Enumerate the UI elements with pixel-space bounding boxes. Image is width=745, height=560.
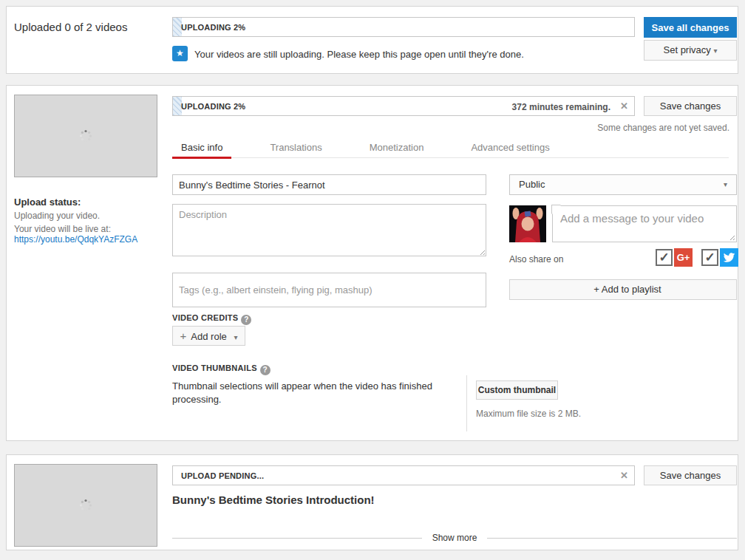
video-title-input[interactable] — [172, 174, 486, 195]
custom-thumbnail-button[interactable]: Custom thumbnail — [476, 380, 558, 400]
show-more-divider: Show more — [172, 533, 737, 543]
set-privacy-label: Set privacy — [664, 44, 711, 55]
also-share-label: Also share on — [509, 254, 563, 264]
plus-icon: + — [180, 329, 187, 342]
video1-progress-label: UPLOADING 2% — [181, 102, 245, 111]
video1-tabs: Basic info Translations Monetization Adv… — [172, 137, 729, 158]
video-live-link[interactable]: https://youtu.be/QdqkYAzFZGA — [14, 234, 137, 245]
upload-notice-text: Your videos are still uploading. Please … — [194, 49, 524, 60]
video2-progress-bar: UPLOAD PENDING... ✕ — [172, 465, 635, 485]
upload-status-line2: Your video will be live at: — [14, 224, 111, 234]
video1-time-remaining: 372 minutes remaining. — [512, 102, 610, 112]
upload-star-icon: ★ — [172, 46, 188, 61]
share-options-row: ✓ G+ ✓ — [656, 248, 738, 267]
close-icon[interactable]: ✕ — [620, 470, 628, 481]
video1-progress-bar: UPLOADING 2% 372 minutes remaining. ✕ — [172, 96, 635, 116]
privacy-dropdown[interactable]: Public ▾ — [509, 174, 737, 195]
divider-line — [487, 538, 737, 539]
twitter-icon — [720, 248, 738, 267]
save-all-changes-button[interactable]: Save all changes — [644, 17, 737, 38]
spinner-icon — [79, 129, 92, 143]
tab-basic-info[interactable]: Basic info — [172, 137, 231, 159]
video2-title: Bunny's Bedtime Stories Introduction! — [172, 494, 375, 506]
upload-status-line1: Uploading your video. — [14, 211, 100, 221]
set-privacy-button[interactable]: Set privacy ▾ — [644, 40, 737, 61]
global-progress-label: UPLOADING 2% — [181, 23, 245, 32]
caret-down-icon: ▾ — [234, 333, 237, 341]
video2-card: UPLOAD PENDING... ✕ Save changes Bunny's… — [6, 454, 738, 550]
video2-thumbnail-placeholder — [14, 464, 157, 547]
thumbnails-processing-note: Thumbnail selections will appear when th… — [172, 380, 444, 406]
video1-card: Upload status: Uploading your video. You… — [6, 85, 738, 441]
video1-save-changes-button[interactable]: Save changes — [644, 96, 737, 116]
add-role-label: Add role — [191, 331, 226, 342]
help-icon[interactable]: ? — [260, 365, 271, 375]
help-icon[interactable]: ? — [241, 315, 251, 325]
max-file-size-note: Maximum file size is 2 MB. — [476, 409, 581, 419]
video2-save-changes-button[interactable]: Save changes — [644, 465, 737, 485]
share-gplus-checkbox[interactable]: ✓ — [656, 249, 673, 266]
google-plus-icon: G+ — [674, 248, 693, 267]
video-credits-label: VIDEO CREDITS? — [172, 313, 251, 325]
global-upload-card: Uploaded 0 of 2 videos UPLOADING 2% Save… — [6, 6, 738, 74]
close-icon[interactable]: ✕ — [620, 100, 628, 112]
upload-status-heading: Upload status: — [14, 197, 81, 208]
video-credits-text: VIDEO CREDITS — [172, 313, 238, 322]
vertical-divider — [466, 375, 467, 431]
show-more-button[interactable]: Show more — [422, 533, 488, 543]
unsaved-changes-note: Some changes are not yet saved. — [597, 123, 729, 133]
spinner-icon — [79, 499, 92, 512]
page-title: Uploaded 0 of 2 videos — [14, 21, 127, 33]
tab-translations[interactable]: Translations — [261, 137, 330, 157]
video2-progress-label: UPLOAD PENDING... — [181, 471, 264, 480]
tab-advanced-settings[interactable]: Advanced settings — [462, 137, 558, 157]
add-to-playlist-button[interactable]: + Add to playlist — [509, 279, 737, 300]
video-thumbnails-text: VIDEO THUMBNAILS — [172, 363, 257, 372]
add-role-button[interactable]: +Add role ▾ — [172, 326, 245, 346]
share-twitter-checkbox[interactable]: ✓ — [701, 249, 718, 266]
video-thumbnails-label: VIDEO THUMBNAILS? — [172, 363, 271, 375]
video-tags-input[interactable] — [172, 273, 486, 307]
caret-down-icon: ▾ — [713, 47, 717, 55]
channel-avatar — [509, 205, 546, 242]
video1-thumbnail-placeholder — [14, 95, 157, 177]
divider-line — [172, 538, 422, 539]
video-message-textarea[interactable] — [553, 206, 736, 242]
video-description-textarea[interactable] — [172, 204, 486, 256]
global-progress-bar: UPLOADING 2% — [172, 17, 635, 37]
privacy-selected-value: Public — [519, 179, 545, 190]
video-message-bubble — [552, 205, 737, 242]
caret-down-icon: ▾ — [724, 175, 727, 194]
tab-monetization[interactable]: Monetization — [361, 137, 433, 157]
